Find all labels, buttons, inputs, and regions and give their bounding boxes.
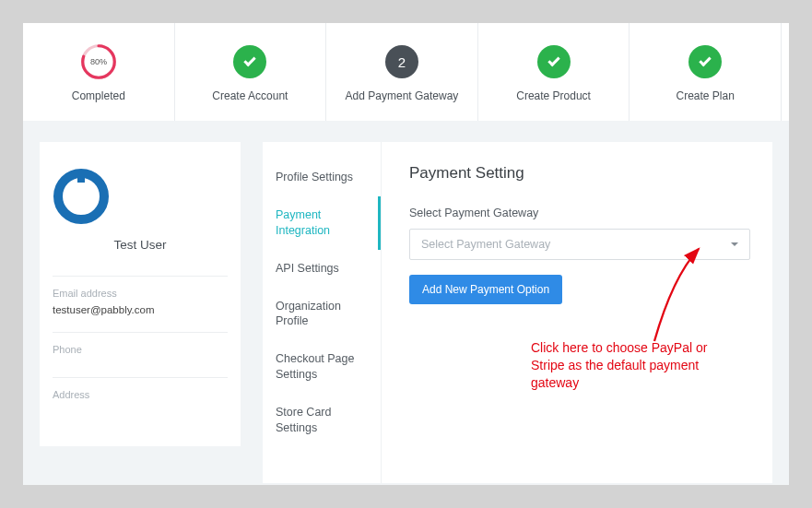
- tab-organization-profile[interactable]: Organization Profile: [263, 288, 381, 341]
- step-number-icon: 2: [383, 43, 420, 80]
- section-title: Payment Setting: [409, 164, 750, 183]
- tab-checkout-page-settings[interactable]: Checkout Page Settings: [263, 340, 381, 394]
- checkmark-icon: [687, 43, 724, 80]
- step-label: Create Product: [516, 89, 591, 102]
- profile-field-email: Email address testuser@pabbly.com: [53, 276, 228, 332]
- profile-name: Test User: [53, 238, 228, 276]
- step-label: Create Plan: [676, 89, 734, 102]
- avatar-icon: [53, 164, 228, 238]
- payment-gateway-select[interactable]: Select Payment Gateway: [409, 229, 750, 260]
- progress-indicator: 80% Completed: [23, 23, 174, 121]
- field-value: testuser@pabbly.com: [53, 304, 228, 315]
- step-create-product[interactable]: Create Product: [478, 23, 630, 121]
- progress-ring-icon: 80%: [80, 43, 117, 80]
- profile-card: Test User Email address testuser@pabbly.…: [40, 142, 241, 446]
- add-payment-option-button[interactable]: Add New Payment Option: [409, 275, 562, 304]
- step-create-plan[interactable]: Create Plan: [630, 23, 781, 121]
- svg-rect-3: [77, 172, 85, 183]
- step-label: Add Payment Gateway: [346, 89, 459, 102]
- progress-label: Completed: [72, 89, 125, 102]
- field-label: Address: [53, 389, 228, 400]
- tab-profile-settings[interactable]: Profile Settings: [263, 159, 381, 196]
- progress-steps: 80% Completed Create Account 2 Add Payme…: [23, 23, 789, 122]
- field-label: Email address: [53, 288, 228, 299]
- select-label: Select Payment Gateway: [409, 207, 750, 219]
- tab-content: Payment Setting Select Payment Gateway S…: [381, 142, 772, 483]
- tab-store-card-settings[interactable]: Store Card Settings: [263, 394, 381, 447]
- tab-api-settings[interactable]: API Settings: [263, 250, 381, 288]
- select-placeholder: Select Payment Gateway: [421, 238, 550, 251]
- profile-field-phone: Phone: [53, 332, 228, 377]
- settings-panel: Profile Settings Payment Integration API…: [263, 142, 772, 483]
- settings-tabs: Profile Settings Payment Integration API…: [263, 142, 381, 483]
- step-overflow-edge: [782, 23, 789, 121]
- progress-percent: 80%: [90, 57, 107, 66]
- checkmark-icon: [535, 43, 572, 80]
- step-create-account[interactable]: Create Account: [175, 23, 326, 121]
- caret-down-icon: [731, 242, 738, 246]
- step-add-payment-gateway[interactable]: 2 Add Payment Gateway: [326, 23, 477, 121]
- field-label: Phone: [53, 344, 228, 355]
- checkmark-icon: [231, 43, 268, 80]
- profile-field-address: Address: [53, 377, 228, 422]
- step-label: Create Account: [212, 89, 288, 102]
- tab-payment-integration[interactable]: Payment Integration: [263, 196, 381, 250]
